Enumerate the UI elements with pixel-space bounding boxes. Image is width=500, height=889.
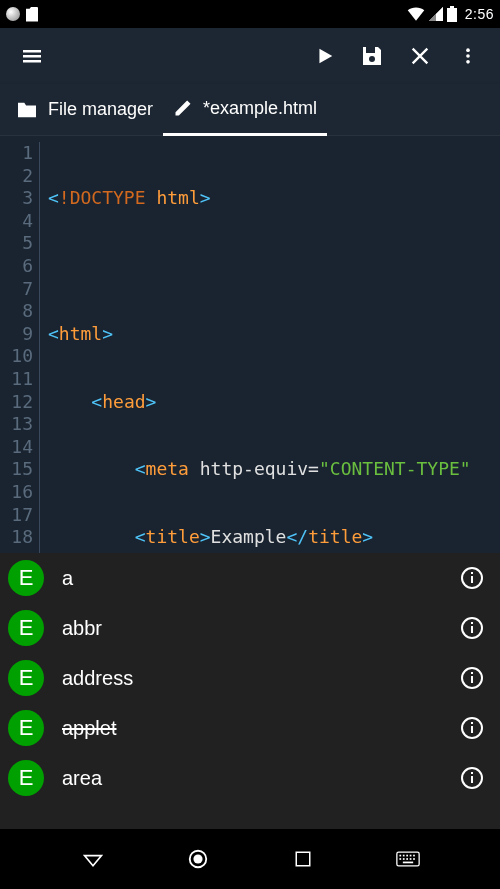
folder-icon [16, 101, 38, 119]
info-icon[interactable] [460, 666, 484, 690]
menu-button[interactable] [8, 32, 56, 80]
app-bar [0, 28, 500, 84]
notification-icon [6, 7, 20, 21]
svg-point-3 [369, 56, 375, 62]
svg-point-4 [466, 48, 470, 52]
save-button[interactable] [348, 32, 396, 80]
signal-icon [429, 7, 443, 21]
autocomplete-label: address [62, 667, 460, 690]
save-icon [360, 44, 384, 68]
element-badge-icon: E [8, 710, 44, 746]
svg-rect-24 [296, 852, 310, 866]
svg-rect-18 [471, 722, 473, 724]
home-button[interactable] [178, 839, 218, 879]
run-button[interactable] [300, 32, 348, 80]
svg-rect-9 [471, 572, 473, 574]
keyboard-button[interactable] [388, 839, 428, 879]
svg-rect-28 [406, 855, 408, 857]
autocomplete-item-area[interactable]: E area [0, 753, 500, 803]
code-area[interactable]: <!DOCTYPE html> <html> <head> <meta http… [40, 142, 471, 553]
svg-rect-35 [413, 858, 415, 860]
autocomplete-item-a[interactable]: E a [0, 553, 500, 603]
tab-file-manager-label: File manager [48, 99, 153, 120]
autocomplete-popup: E a E abbr E address E applet E area [0, 553, 500, 829]
info-icon[interactable] [460, 616, 484, 640]
svg-rect-17 [471, 726, 473, 733]
svg-rect-31 [399, 858, 401, 860]
autocomplete-item-address[interactable]: E address [0, 653, 500, 703]
autocomplete-label: area [62, 767, 460, 790]
svg-rect-1 [450, 6, 454, 8]
svg-point-5 [466, 54, 470, 58]
autocomplete-label: abbr [62, 617, 460, 640]
autocomplete-label: a [62, 567, 460, 590]
svg-rect-21 [471, 772, 473, 774]
back-icon [83, 849, 103, 869]
more-vert-icon [458, 46, 478, 66]
play-icon [313, 45, 335, 67]
element-badge-icon: E [8, 660, 44, 696]
status-bar: 2:56 [0, 0, 500, 28]
clock: 2:56 [465, 6, 494, 22]
back-button[interactable] [73, 839, 113, 879]
recents-button[interactable] [283, 839, 323, 879]
svg-rect-0 [447, 8, 457, 22]
screen: 2:56 File manager *example.html [0, 0, 500, 889]
home-icon [187, 848, 209, 870]
element-badge-icon: E [8, 760, 44, 796]
close-icon [409, 45, 431, 67]
android-nav-bar [0, 829, 500, 889]
keyboard-icon [396, 850, 420, 868]
svg-rect-34 [409, 858, 411, 860]
autocomplete-item-applet[interactable]: E applet [0, 703, 500, 753]
tab-row: File manager *example.html [0, 84, 500, 136]
svg-rect-27 [402, 855, 404, 857]
svg-rect-2 [366, 47, 375, 53]
battery-icon [447, 6, 457, 22]
tab-current-file[interactable]: *example.html [163, 84, 327, 136]
autocomplete-item-abbr[interactable]: E abbr [0, 603, 500, 653]
svg-rect-29 [409, 855, 411, 857]
square-icon [294, 850, 312, 868]
svg-rect-26 [399, 855, 401, 857]
svg-rect-20 [471, 776, 473, 783]
svg-rect-30 [413, 855, 415, 857]
info-icon[interactable] [460, 716, 484, 740]
svg-rect-32 [402, 858, 404, 860]
info-icon[interactable] [460, 566, 484, 590]
svg-rect-15 [471, 672, 473, 674]
svg-rect-11 [471, 626, 473, 633]
close-button[interactable] [396, 32, 444, 80]
wifi-icon [407, 7, 425, 21]
svg-point-23 [193, 854, 202, 863]
svg-rect-8 [471, 576, 473, 583]
pencil-icon [173, 98, 193, 118]
code-editor[interactable]: 123 456 789 101112 131415 161718 <!DOCTY… [0, 136, 500, 553]
svg-rect-33 [406, 858, 408, 860]
gutter: 123 456 789 101112 131415 161718 [0, 142, 40, 553]
overflow-button[interactable] [444, 32, 492, 80]
hamburger-icon [20, 44, 44, 68]
info-icon[interactable] [460, 766, 484, 790]
svg-rect-12 [471, 622, 473, 624]
element-badge-icon: E [8, 610, 44, 646]
sd-card-icon [26, 7, 38, 22]
autocomplete-label: applet [62, 717, 460, 740]
svg-rect-14 [471, 676, 473, 683]
tab-current-file-label: *example.html [203, 98, 317, 119]
element-badge-icon: E [8, 560, 44, 596]
tab-file-manager[interactable]: File manager [6, 84, 163, 136]
svg-point-6 [466, 60, 470, 64]
svg-rect-36 [402, 862, 412, 864]
